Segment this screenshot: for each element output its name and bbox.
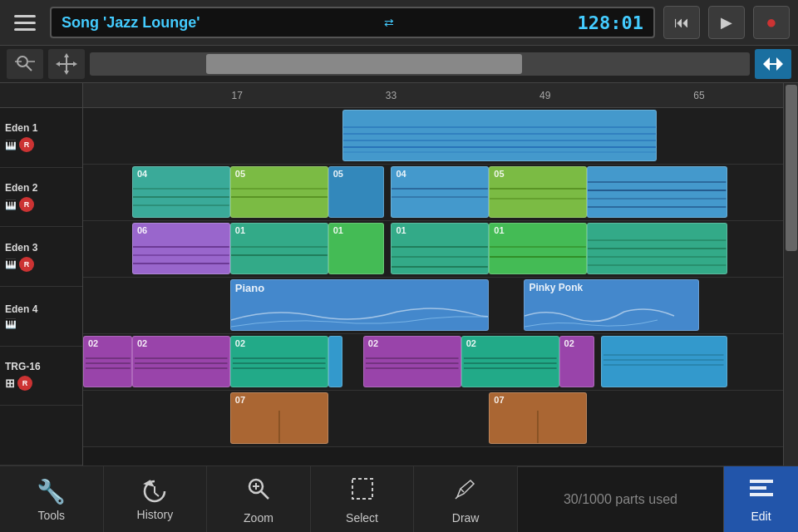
record-button[interactable]: ● — [753, 6, 790, 39]
horizontal-scrollbar[interactable] — [90, 52, 750, 76]
block-eden3-01d[interactable]: 01 — [489, 223, 587, 274]
svg-line-73 — [461, 489, 464, 492]
track-name-eden2: Eden 2 🎹 R — [5, 182, 37, 212]
select-label: Select — [346, 511, 378, 525]
block-eden4-piano[interactable]: Piano — [230, 279, 490, 331]
zoom-icon — [245, 475, 272, 508]
svg-line-1 — [27, 66, 32, 71]
draw-label: Draw — [452, 511, 480, 525]
block-eden2-05c[interactable]: 05 — [489, 166, 587, 218]
svg-rect-77 — [750, 493, 773, 496]
draw-icon — [452, 475, 479, 508]
svg-rect-76 — [750, 486, 766, 490]
track-row-extra: 07 07 — [83, 391, 783, 447]
block-eden2-04a[interactable]: 04 — [132, 166, 230, 218]
ruler-mark-49: 49 — [539, 90, 550, 101]
block-trg16-02d[interactable]: 02 — [363, 336, 461, 387]
play-button[interactable]: ▶ — [708, 6, 745, 39]
zoom-button[interactable]: Zoom — [207, 466, 311, 532]
track-row-eden4: Piano Pinky Ponk — [83, 278, 783, 334]
zoom-pan-tool[interactable] — [7, 49, 43, 79]
track-label-eden4: Eden 4 🎹 — [0, 287, 82, 347]
svg-line-74 — [456, 497, 457, 499]
tools-button[interactable]: 🔧 Tools — [0, 466, 104, 532]
edit-button[interactable]: Edit — [723, 466, 798, 532]
move-tool[interactable] — [48, 49, 85, 79]
ruler-mark-17: 17 — [232, 90, 243, 101]
tracks-scroll[interactable]: 04 05 — [83, 108, 783, 466]
song-title-bar: Song 'Jazz Lounge' ⇄ 128:01 — [50, 7, 655, 38]
history-button[interactable]: History — [104, 466, 208, 532]
toolbar-row — [0, 46, 798, 83]
sync-icon: ⇄ — [384, 16, 394, 29]
block-trg16-final[interactable] — [601, 336, 727, 387]
zoom-label: Zoom — [244, 511, 273, 525]
track-name-trg16: TRG-16 ⊞ R — [5, 361, 41, 391]
v-scroll-thumb — [786, 85, 797, 251]
tools-label: Tools — [37, 509, 65, 522]
rec-badge-trg16: R — [17, 376, 32, 391]
track-label-eden3: Eden 3 🎹 R — [0, 227, 82, 287]
bpm-display: 128:01 — [578, 12, 643, 33]
history-icon — [141, 478, 168, 505]
block-eden2-04b[interactable]: 04 — [391, 166, 489, 218]
block-trg16-02a[interactable]: 02 — [83, 336, 132, 387]
ruler-spacer — [0, 83, 82, 108]
track-label-trg16: TRG-16 ⊞ R — [0, 347, 82, 406]
parts-count: 30/1000 parts used — [564, 492, 677, 507]
rewind-button[interactable]: ⏮ — [663, 6, 700, 39]
block-extra-07b[interactable]: 07 — [489, 392, 587, 444]
track-name-eden4: Eden 4 🎹 — [5, 303, 37, 329]
history-label: History — [137, 508, 174, 521]
track-name-eden3: Eden 3 🎹 R — [5, 242, 37, 272]
track-name-eden1: Eden 1 🎹 R — [5, 122, 37, 152]
track-row-eden1 — [83, 108, 783, 165]
bottom-bar: 🔧 Tools History Zoom — [0, 466, 798, 532]
block-eden3-01b[interactable]: 01 — [328, 223, 384, 274]
piano-icon: 🎹 — [5, 140, 17, 150]
block-extra-07a[interactable]: 07 — [230, 392, 328, 444]
edit-label: Edit — [751, 510, 771, 523]
piano-icon3: 🎹 — [5, 259, 17, 269]
select-icon — [349, 475, 376, 508]
svg-line-69 — [261, 491, 268, 499]
scroll-thumb — [206, 54, 522, 74]
block-trg16-thin[interactable] — [328, 336, 342, 387]
block-eden2-05a[interactable]: 05 — [230, 166, 328, 218]
svg-marker-7 — [64, 71, 69, 75]
block-eden3-01c[interactable]: 01 — [391, 223, 489, 274]
block-eden2-05b[interactable]: 05 — [328, 166, 384, 218]
track-row-trg16: 02 02 — [83, 334, 783, 391]
menu-button[interactable] — [8, 6, 42, 39]
block-eden3-06[interactable]: 06 — [132, 223, 230, 274]
piano-icon2: 🎹 — [5, 200, 17, 210]
block-trg16-02c[interactable]: 02 — [230, 336, 328, 387]
edit-icon — [748, 477, 775, 506]
block-eden3-final[interactable] — [587, 223, 727, 274]
block-eden4-pinkyponk[interactable]: Pinky Ponk — [524, 279, 699, 331]
track-label-extra — [0, 406, 82, 466]
block-trg16-02e[interactable]: 02 — [461, 336, 559, 387]
grid-icon: ⊞ — [5, 377, 15, 390]
svg-rect-75 — [750, 480, 773, 483]
block-trg16-02b[interactable]: 02 — [132, 336, 230, 387]
svg-marker-11 — [776, 57, 783, 71]
block-eden1-main[interactable] — [342, 110, 658, 161]
song-title: Song 'Jazz Lounge' — [62, 14, 200, 32]
tracks-content: 04 05 — [83, 108, 783, 466]
track-label-eden2: Eden 2 🎹 R — [0, 168, 82, 228]
svg-marker-6 — [64, 53, 69, 57]
svg-marker-10 — [763, 57, 770, 71]
parts-info: 30/1000 parts used — [518, 492, 723, 507]
block-trg16-02f[interactable]: 02 — [559, 336, 594, 387]
ruler: 17 33 49 65 — [83, 83, 783, 108]
piano-icon4: 🎹 — [5, 318, 17, 329]
draw-button[interactable]: Draw — [414, 466, 518, 532]
svg-marker-9 — [73, 62, 77, 66]
block-eden3-01a[interactable]: 01 — [230, 223, 328, 274]
block-eden2-final[interactable] — [587, 166, 727, 218]
select-button[interactable]: Select — [311, 466, 415, 532]
fit-button[interactable] — [755, 49, 791, 79]
vertical-scrollbar[interactable] — [783, 83, 798, 466]
track-row-eden2: 04 05 — [83, 165, 783, 221]
